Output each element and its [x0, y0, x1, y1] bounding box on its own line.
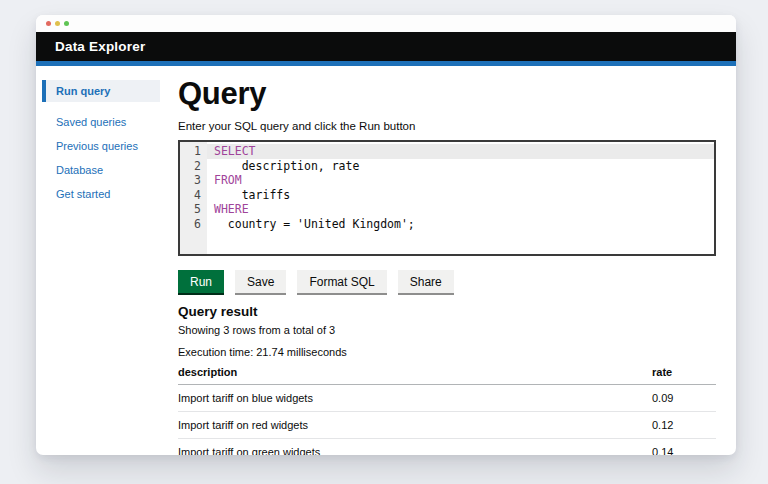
action-buttons: RunSaveFormat SQLShare	[178, 270, 716, 293]
result-table: descriptionrate Import tariff on blue wi…	[178, 366, 716, 455]
description-cell: Import tariff on blue widgets	[178, 385, 652, 411]
rate-cell: 0.09	[652, 385, 716, 411]
result-summary: Showing 3 rows from a total of 3	[178, 324, 716, 336]
sql-line-6: country = 'United Kingdom';	[207, 217, 714, 232]
close-icon[interactable]	[46, 21, 51, 26]
line-number: 4	[180, 188, 207, 203]
line-number-gutter: 123456	[180, 142, 207, 254]
zoom-icon[interactable]	[64, 21, 69, 26]
sql-line-2: description, rate	[207, 159, 714, 174]
app-title: Data Explorer	[55, 39, 145, 54]
sidebar-item-previous-queries[interactable]: Previous queries	[42, 135, 160, 157]
description-cell: Import tariff on green widgets	[178, 439, 652, 455]
sql-editor[interactable]: 123456 SELECT description, rateFROM tari…	[178, 140, 716, 256]
execution-time: Execution time: 21.74 milliseconds	[178, 346, 716, 358]
save-button[interactable]: Save	[235, 270, 286, 293]
rate-cell: 0.12	[652, 412, 716, 438]
sidebar-item-database[interactable]: Database	[42, 159, 160, 181]
window-titlebar	[36, 15, 736, 32]
line-number: 2	[180, 159, 207, 174]
column-header-rate: rate	[652, 366, 716, 384]
line-number: 3	[180, 173, 207, 188]
sidebar-nav: Run querySaved queriesPrevious queriesDa…	[42, 66, 160, 207]
rate-cell: 0.14	[652, 439, 716, 455]
sql-line-4: tariffs	[207, 188, 714, 203]
sidebar-item-get-started[interactable]: Get started	[42, 183, 160, 205]
sql-line-3: FROM	[207, 173, 714, 188]
sql-code-area[interactable]: SELECT description, rateFROM tariffsWHER…	[207, 142, 714, 254]
description-cell: Import tariff on red widgets	[178, 412, 652, 438]
table-header-row: descriptionrate	[178, 366, 716, 385]
line-number: 6	[180, 217, 207, 232]
format-sql-button[interactable]: Format SQL	[297, 270, 386, 293]
sql-line-5: WHERE	[207, 202, 714, 217]
main-content: Query Enter your SQL query and click the…	[178, 66, 716, 455]
share-button[interactable]: Share	[398, 270, 454, 293]
minimize-icon[interactable]	[55, 21, 60, 26]
table-row: Import tariff on green widgets0.14	[178, 439, 716, 455]
run-button[interactable]: Run	[178, 270, 224, 293]
sidebar-item-saved-queries[interactable]: Saved queries	[42, 111, 160, 133]
sidebar-item-run-query[interactable]: Run query	[42, 80, 160, 102]
editor-hint-text: Enter your SQL query and click the Run b…	[178, 120, 716, 132]
page-title: Query	[178, 76, 716, 112]
line-number: 5	[180, 202, 207, 217]
table-row: Import tariff on red widgets0.12	[178, 412, 716, 439]
app-window: Data Explorer Run querySaved queriesPrev…	[36, 15, 736, 455]
result-heading: Query result	[178, 304, 716, 319]
app-header: Data Explorer	[36, 32, 736, 61]
line-number: 1	[180, 144, 207, 159]
sql-line-1: SELECT	[207, 144, 714, 159]
column-header-description: description	[178, 366, 652, 384]
table-row: Import tariff on blue widgets0.09	[178, 385, 716, 412]
